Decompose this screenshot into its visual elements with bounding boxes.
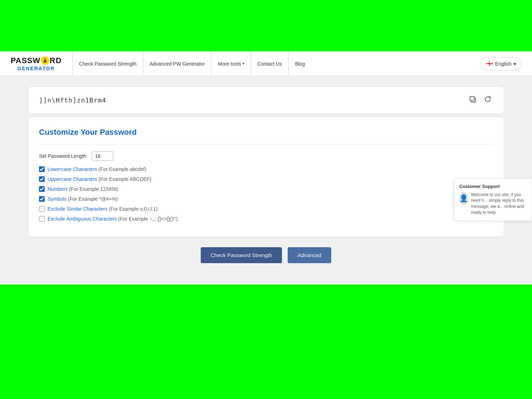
password-actions (467, 94, 493, 106)
page-body: ]]n\Hfth]zn1Brm4 Customize Your (0, 76, 532, 284)
navbar: PASSW RD GENERATOR Check Password Streng… (0, 51, 532, 76)
checkbox-uppercase-input[interactable] (39, 176, 45, 182)
nav-right: 🏴󠁧󠁢󠁥󠁮󠁧󠁿 English ▾ (481, 57, 521, 70)
nav-contact-us[interactable]: Contact Us (251, 51, 289, 76)
nav-links: Check Password Strength Advanced PW Gene… (72, 51, 481, 76)
divider (39, 144, 493, 144)
buttons-row: Check Password Strength Advanced (28, 247, 504, 263)
logo-line1: PASSW RD (11, 56, 62, 65)
advanced-button[interactable]: Advanced (288, 247, 331, 263)
checkbox-exclude-ambiguous: Exclude Ambiguous Characters (For Exampl… (39, 216, 493, 222)
bottom-green-bar (0, 284, 532, 338)
language-dropdown-arrow: ▾ (514, 61, 516, 67)
logo-rd-text: RD (50, 56, 62, 65)
checkbox-lowercase-label[interactable]: Lowercase Characters (For Example abcdef… (48, 166, 146, 172)
logo-pass-text: PASSW (11, 56, 40, 65)
lock-svg (43, 58, 48, 63)
svg-rect-0 (44, 60, 46, 62)
checkbox-symbols: Symbols (For Example *@#+%) (39, 196, 493, 202)
top-green-bar (0, 0, 532, 51)
checkbox-exclude-similar-input[interactable] (39, 206, 45, 212)
checkbox-numbers-input[interactable] (39, 186, 45, 192)
copy-icon (469, 95, 477, 103)
checkbox-numbers: Numbers (For Example 123456) (39, 186, 493, 192)
copy-button[interactable] (467, 94, 478, 106)
support-title: Customer Support (459, 183, 527, 189)
checkbox-numbers-label[interactable]: Numbers (For Example 123456) (48, 186, 118, 192)
checkbox-exclude-ambiguous-input[interactable] (39, 216, 45, 222)
password-display-card: ]]n\Hfth]zn1Brm4 (28, 87, 504, 113)
nav-advanced-pw-generator[interactable]: Advanced PW Generator (143, 51, 212, 76)
customize-card: Customize Your Password Set Password Len… (28, 117, 504, 237)
nav-more-tools[interactable]: More tools ▾ (211, 51, 251, 76)
lock-icon (41, 56, 49, 65)
language-selector[interactable]: 🏴󠁧󠁢󠁥󠁮󠁧󠁿 English ▾ (481, 57, 521, 70)
checkbox-lowercase: Lowercase Characters (For Example abcdef… (39, 166, 493, 172)
nav-blog[interactable]: Blog (289, 51, 311, 76)
logo-line2: GENERATOR (17, 65, 55, 72)
svg-rect-2 (470, 96, 474, 101)
refresh-button[interactable] (482, 94, 493, 106)
support-avatar: 👤 (459, 192, 468, 204)
language-label: English (495, 61, 511, 67)
support-text: Welcome to our site, if you need h... si… (471, 192, 527, 215)
customer-support-widget: Customer Support 👤 Welcome to our site, … (454, 178, 532, 221)
main-content-area: PASSW RD GENERATOR Check Password Streng… (0, 51, 532, 284)
check-password-strength-button[interactable]: Check Password Strength (201, 247, 282, 263)
checkbox-exclude-ambiguous-label[interactable]: Exclude Ambiguous Characters (For Exampl… (48, 216, 178, 222)
logo[interactable]: PASSW RD GENERATOR (11, 56, 62, 72)
checkbox-exclude-similar-label[interactable]: Exclude Similar Characters (For Example … (48, 206, 157, 212)
flag-icon: 🏴󠁧󠁢󠁥󠁮󠁧󠁿 (486, 60, 493, 67)
nav-check-password-strength[interactable]: Check Password Strength (72, 51, 143, 76)
customize-title: Customize Your Password (39, 128, 493, 137)
checkbox-uppercase-label[interactable]: Uppercase Characters (For Example ABCDEF… (48, 176, 151, 182)
length-row: Set Password Length: (39, 151, 493, 161)
checkbox-symbols-input[interactable] (39, 196, 45, 202)
checkbox-lowercase-input[interactable] (39, 166, 45, 172)
checkbox-uppercase: Uppercase Characters (For Example ABCDEF… (39, 176, 493, 182)
length-label: Set Password Length: (39, 153, 88, 159)
checkbox-symbols-label[interactable]: Symbols (For Example *@#+%) (48, 196, 118, 202)
length-input[interactable] (92, 151, 113, 161)
password-value: ]]n\Hfth]zn1Brm4 (39, 96, 106, 104)
checkbox-exclude-similar: Exclude Similar Characters (For Example … (39, 206, 493, 212)
support-row: 👤 Welcome to our site, if you need h... … (459, 192, 527, 215)
refresh-icon (484, 95, 492, 103)
more-tools-dropdown-arrow: ▾ (243, 62, 244, 66)
